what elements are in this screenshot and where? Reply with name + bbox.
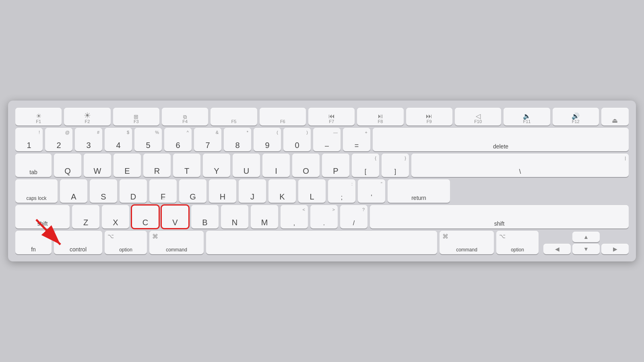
key-d[interactable]: D	[120, 179, 147, 203]
key-caps[interactable]: caps lock	[15, 179, 58, 203]
key-u[interactable]: U	[233, 154, 260, 177]
key-v[interactable]: V	[161, 205, 189, 228]
key-backslash[interactable]: | \	[411, 154, 629, 177]
key-n-main: N	[232, 218, 237, 226]
arrow-right-icon: ▶	[613, 246, 617, 252]
key-y[interactable]: Y	[203, 154, 230, 177]
key-shift-right[interactable]: shift	[370, 205, 629, 228]
key-z[interactable]: Z	[72, 205, 99, 228]
key-0-top: )	[306, 130, 308, 135]
key-delete[interactable]: delete	[373, 128, 629, 151]
key-5[interactable]: % 5	[134, 128, 162, 151]
key-g-main: G	[190, 193, 196, 201]
key-return[interactable]: return	[388, 179, 450, 203]
key-command-left[interactable]: ⌘ command	[149, 231, 204, 254]
key-equals[interactable]: + =	[343, 128, 370, 151]
number-row: ! 1 @ 2 # 3 $ 4 % 5 ^ 6	[15, 128, 629, 151]
key-w[interactable]: W	[84, 154, 111, 177]
key-minus-main: –	[325, 142, 329, 149]
key-b[interactable]: B	[191, 205, 219, 228]
key-semicolon[interactable]: : ;	[328, 179, 355, 203]
key-3-top: #	[97, 130, 99, 135]
key-option-right-label: option	[511, 247, 524, 252]
key-arrow-up[interactable]: ▲	[572, 232, 600, 242]
key-f11-icon: 🔈	[523, 113, 531, 119]
key-8[interactable]: * 8	[224, 128, 251, 151]
key-f1[interactable]: ☀ F1	[15, 108, 62, 125]
key-4[interactable]: $ 4	[105, 128, 132, 151]
key-l-main: L	[310, 193, 314, 201]
key-f[interactable]: — F	[149, 179, 177, 203]
key-f6[interactable]: F6	[260, 108, 306, 125]
key-n[interactable]: N	[221, 205, 248, 228]
key-comma[interactable]: < ,	[281, 205, 308, 228]
key-q-main: Q	[64, 167, 71, 175]
key-f11[interactable]: 🔈 F11	[504, 108, 550, 125]
key-tab[interactable]: tab	[15, 154, 52, 177]
key-slash[interactable]: ? /	[340, 205, 367, 228]
key-f3[interactable]: ⊞ F3	[113, 108, 159, 125]
key-option-right[interactable]: ⌥ option	[496, 231, 539, 254]
key-shift-right-label: shift	[494, 221, 505, 226]
key-f2[interactable]: ☀ F2	[64, 108, 110, 125]
key-quote[interactable]: " '	[358, 179, 385, 203]
key-h[interactable]: H	[209, 179, 236, 203]
key-arrow-left[interactable]: ◀	[543, 244, 571, 254]
key-f10[interactable]: ◁ F10	[455, 108, 501, 125]
key-l[interactable]: L	[298, 179, 326, 203]
key-arrow-right[interactable]: ▶	[601, 244, 629, 254]
key-comma-top: <	[303, 207, 305, 212]
key-o[interactable]: O	[292, 154, 320, 177]
key-command-right[interactable]: ⌘ command	[440, 231, 494, 254]
key-close-bracket[interactable]: } ]	[382, 154, 409, 177]
key-e[interactable]: E	[114, 154, 141, 177]
key-f12[interactable]: 🔊 F12	[553, 108, 599, 125]
key-power[interactable]: ⏏	[601, 108, 629, 125]
key-2-top: @	[65, 130, 70, 135]
key-option-left[interactable]: ⌥ option	[105, 231, 147, 254]
key-2[interactable]: @ 2	[45, 128, 72, 151]
key-r[interactable]: R	[143, 154, 171, 177]
key-f7[interactable]: ⏮ F7	[308, 108, 355, 125]
key-6-top: ^	[187, 130, 189, 135]
key-arrow-down[interactable]: ▼	[572, 244, 600, 254]
key-b-main: B	[202, 218, 207, 226]
key-f9-label: F9	[427, 119, 432, 124]
key-f8-icon: ⏯	[377, 113, 384, 119]
key-space[interactable]	[206, 231, 437, 254]
arrow-up-icon: ▲	[583, 234, 589, 240]
arrow-bottom-row: ◀ ▼ ▶	[543, 244, 629, 254]
key-a[interactable]: A	[60, 179, 87, 203]
key-v-main: V	[172, 218, 178, 226]
key-f10-label: F10	[474, 119, 482, 124]
key-m[interactable]: M	[251, 205, 278, 228]
key-f5[interactable]: F5	[211, 108, 257, 125]
key-6[interactable]: ^ 6	[164, 128, 192, 151]
key-9[interactable]: ( 9	[254, 128, 281, 151]
key-p[interactable]: P	[322, 154, 349, 177]
key-f4[interactable]: ⧉ F4	[162, 108, 208, 125]
key-f9[interactable]: ⏭ F9	[406, 108, 452, 125]
key-open-bracket[interactable]: { [	[352, 154, 379, 177]
key-i[interactable]: I	[262, 154, 290, 177]
key-1-top: !	[39, 130, 40, 135]
key-k[interactable]: K	[268, 179, 296, 203]
key-command-left-icon: ⌘	[152, 233, 158, 240]
key-h-main: H	[220, 193, 225, 201]
key-f6-label: F6	[280, 119, 285, 124]
key-j[interactable]: — J	[239, 179, 266, 203]
key-q[interactable]: Q	[54, 154, 81, 177]
key-g[interactable]: G	[179, 179, 206, 203]
key-3[interactable]: # 3	[75, 128, 102, 151]
key-1[interactable]: ! 1	[15, 128, 43, 151]
key-0[interactable]: ) 0	[283, 128, 311, 151]
key-x[interactable]: X	[102, 205, 129, 228]
key-c[interactable]: C	[132, 205, 159, 228]
key-t[interactable]: T	[173, 154, 200, 177]
key-s[interactable]: S	[90, 179, 117, 203]
key-minus[interactable]: — –	[313, 128, 341, 151]
key-period-top: >	[332, 207, 335, 212]
key-period[interactable]: > .	[310, 205, 338, 228]
key-7[interactable]: & 7	[194, 128, 221, 151]
key-f8[interactable]: ⏯ F8	[357, 108, 403, 125]
